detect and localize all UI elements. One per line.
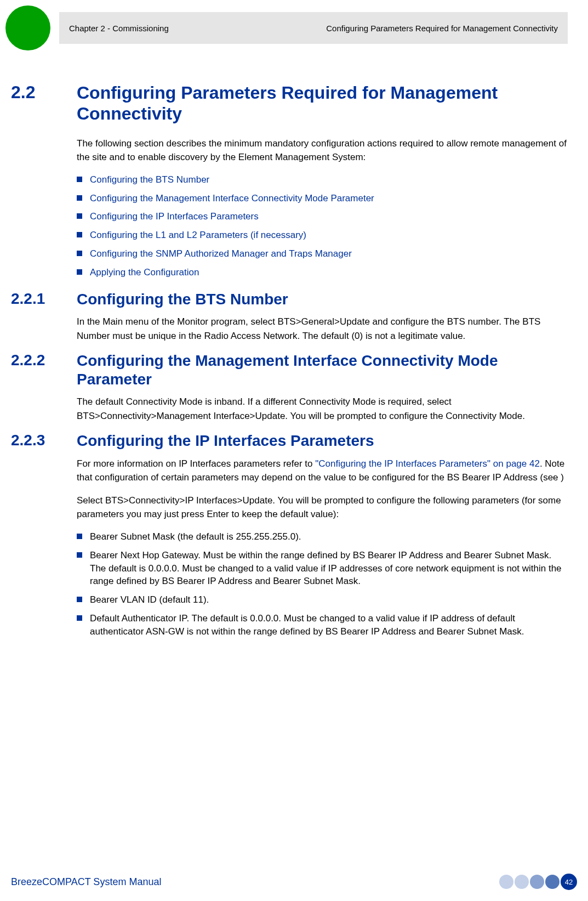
bullet-icon <box>77 232 82 237</box>
section-number: 2.2.3 <box>11 432 77 449</box>
section-title: Configuring Parameters Required for Mana… <box>77 82 568 124</box>
dot-icon <box>499 875 513 889</box>
bullet-icon <box>77 251 82 256</box>
list-item-text: Default Authenticator IP. The default is… <box>90 612 568 638</box>
list-item-text: Bearer VLAN ID (default 11). <box>90 593 209 607</box>
section-number: 2.2 <box>11 82 77 103</box>
list-item: Bearer VLAN ID (default 11). <box>77 593 568 607</box>
section-2-2-intro: The following section describes the mini… <box>77 137 568 165</box>
list-item: Configuring the SNMP Authorized Manager … <box>77 247 568 260</box>
bullet-icon <box>77 213 82 219</box>
section-2-2-2-heading: 2.2.2 Configuring the Management Interfa… <box>11 352 568 388</box>
link-configuring-management-interface[interactable]: Configuring the Management Interface Con… <box>90 192 374 205</box>
page-number-badge: 42 <box>561 874 577 890</box>
bullet-icon <box>77 534 82 539</box>
section-title: Configuring the BTS Number <box>77 290 288 309</box>
link-applying-configuration[interactable]: Applying the Configuration <box>90 266 199 279</box>
dot-icon <box>545 875 560 889</box>
header-section-label: Configuring Parameters Required for Mana… <box>326 24 558 33</box>
link-configuring-bts-number[interactable]: Configuring the BTS Number <box>90 173 209 186</box>
section-2-2-1-heading: 2.2.1 Configuring the BTS Number <box>11 290 568 309</box>
bullet-icon <box>77 177 82 182</box>
list-item: Configuring the BTS Number <box>77 173 568 186</box>
section-2-2-3-item-list: Bearer Subnet Mask (the default is 255.2… <box>77 530 568 638</box>
link-configuring-snmp[interactable]: Configuring the SNMP Authorized Manager … <box>90 247 352 260</box>
list-item: Configuring the L1 and L2 Parameters (if… <box>77 229 568 242</box>
main-content: 2.2 Configuring Parameters Required for … <box>11 82 568 649</box>
dot-icon <box>530 875 544 889</box>
section-number: 2.2.1 <box>11 290 77 308</box>
section-2-2-3-p2: Select BTS>Connectivity>IP Interfaces>Up… <box>77 494 568 522</box>
page-footer: BreezeCOMPACT System Manual 42 <box>11 874 577 890</box>
list-item: Configuring the IP Interfaces Parameters <box>77 210 568 223</box>
section-title: Configuring the Management Interface Con… <box>77 352 568 388</box>
list-item: Bearer Subnet Mask (the default is 255.2… <box>77 530 568 543</box>
bullet-icon <box>77 597 82 602</box>
page-header: Chapter 2 - Commissioning Configuring Pa… <box>59 12 568 44</box>
bullet-icon <box>77 615 82 621</box>
list-item-text: Bearer Subnet Mask (the default is 255.2… <box>90 530 301 543</box>
footer-manual-title: BreezeCOMPACT System Manual <box>11 876 161 888</box>
dot-icon <box>515 875 529 889</box>
bullet-icon <box>77 195 82 201</box>
link-configuring-l1-l2[interactable]: Configuring the L1 and L2 Parameters (if… <box>90 229 306 242</box>
list-item: Default Authenticator IP. The default is… <box>77 612 568 638</box>
link-configuring-ip-interfaces[interactable]: Configuring the IP Interfaces Parameters <box>90 210 259 223</box>
text-fragment: For more information on IP Interfaces pa… <box>77 458 315 469</box>
list-item: Bearer Next Hop Gateway. Must be within … <box>77 549 568 588</box>
section-2-2-link-list: Configuring the BTS Number Configuring t… <box>77 173 568 279</box>
section-title: Configuring the IP Interfaces Parameters <box>77 432 374 450</box>
section-2-2-3-p1: For more information on IP Interfaces pa… <box>77 457 568 485</box>
section-2-2-heading: 2.2 Configuring Parameters Required for … <box>11 82 568 124</box>
decorative-circle <box>5 5 50 50</box>
section-2-2-3-heading: 2.2.3 Configuring the IP Interfaces Para… <box>11 432 568 450</box>
list-item: Configuring the Management Interface Con… <box>77 192 568 205</box>
link-ip-interfaces-page-42[interactable]: "Configuring the IP Interfaces Parameter… <box>315 458 540 469</box>
bullet-icon <box>77 269 82 275</box>
section-number: 2.2.2 <box>11 352 77 369</box>
section-2-2-2-body: The default Connectivity Mode is inband.… <box>77 395 568 423</box>
chapter-label: Chapter 2 - Commissioning <box>69 24 169 33</box>
list-item-text: Bearer Next Hop Gateway. Must be within … <box>90 549 568 588</box>
section-2-2-1-body: In the Main menu of the Monitor program,… <box>77 315 568 343</box>
footer-pagination-dots: 42 <box>499 874 577 890</box>
bullet-icon <box>77 552 82 558</box>
list-item: Applying the Configuration <box>77 266 568 279</box>
